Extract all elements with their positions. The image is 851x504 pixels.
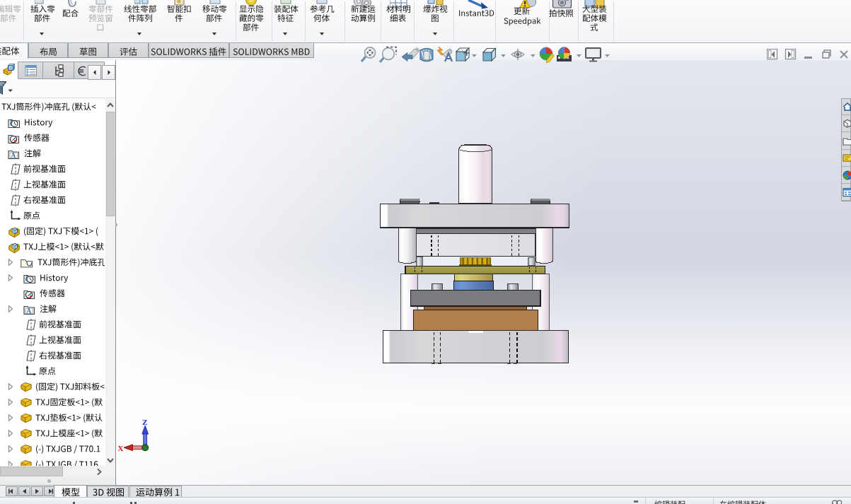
- svg-text:A: A: [26, 307, 31, 315]
- svg-text:X: X: [118, 444, 124, 452]
- svg-text:A: A: [11, 152, 16, 159]
- svg-text:Z: Z: [142, 418, 147, 426]
